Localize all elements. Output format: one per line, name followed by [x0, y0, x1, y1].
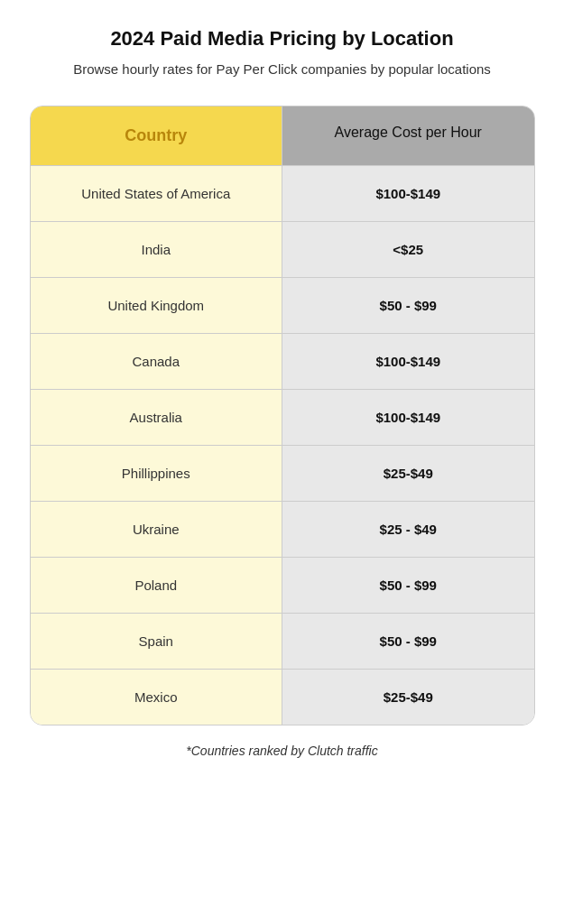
table-row: Ukraine$25 - $49 — [31, 501, 534, 557]
page-subtitle: Browse hourly rates for Pay Per Click co… — [73, 60, 491, 80]
row-cost-2: $50 - $99 — [282, 278, 534, 333]
header-country: Country — [31, 106, 283, 165]
row-cost-9: $25-$49 — [282, 670, 534, 725]
row-cost-3: $100-$149 — [282, 334, 534, 389]
row-country-8: Spain — [31, 614, 283, 669]
footnote: *Countries ranked by Clutch traffic — [186, 744, 377, 758]
table-row: India<$25 — [31, 221, 534, 277]
header-cost: Average Cost per Hour — [282, 106, 534, 165]
row-cost-0: $100-$149 — [282, 166, 534, 221]
row-country-4: Australia — [31, 390, 283, 445]
row-country-0: United States of America — [31, 166, 283, 221]
row-cost-6: $25 - $49 — [282, 502, 534, 557]
row-country-6: Ukraine — [31, 502, 283, 557]
row-country-3: Canada — [31, 334, 283, 389]
row-cost-4: $100-$149 — [282, 390, 534, 445]
row-cost-5: $25-$49 — [282, 446, 534, 501]
page-title: 2024 Paid Media Pricing by Location — [110, 27, 453, 51]
table-row: United States of America$100-$149 — [31, 165, 534, 221]
row-country-5: Phillippines — [31, 446, 283, 501]
row-country-7: Poland — [31, 558, 283, 613]
row-country-2: United Kingdom — [31, 278, 283, 333]
table-row: Canada$100-$149 — [31, 333, 534, 389]
table-row: United Kingdom$50 - $99 — [31, 277, 534, 333]
pricing-table: Country Average Cost per Hour United Sta… — [30, 106, 535, 725]
table-row: Poland$50 - $99 — [31, 557, 534, 613]
row-cost-1: <$25 — [282, 222, 534, 277]
row-cost-7: $50 - $99 — [282, 558, 534, 613]
row-country-1: India — [31, 222, 283, 277]
table-row: Australia$100-$149 — [31, 389, 534, 445]
table-header: Country Average Cost per Hour — [31, 106, 534, 165]
table-row: Mexico$25-$49 — [31, 669, 534, 725]
table-row: Spain$50 - $99 — [31, 613, 534, 669]
row-country-9: Mexico — [31, 670, 283, 725]
row-cost-8: $50 - $99 — [282, 614, 534, 669]
table-row: Phillippines$25-$49 — [31, 445, 534, 501]
